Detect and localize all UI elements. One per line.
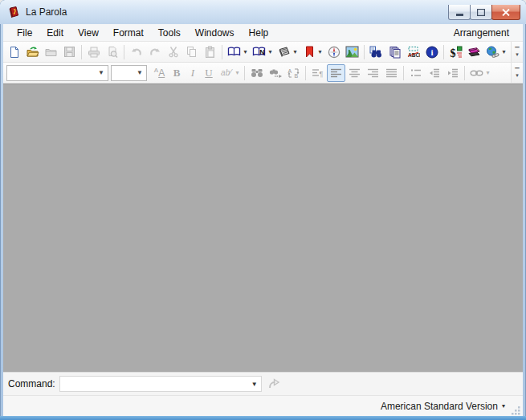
- toolbar-overflow-button[interactable]: ▔▾: [511, 42, 523, 62]
- close-folder-button[interactable]: [42, 43, 60, 61]
- decrease-indent-button[interactable]: [425, 64, 443, 82]
- font-size-combo[interactable]: ▼: [111, 65, 147, 81]
- web-link-dropdown[interactable]: ▾: [500, 48, 508, 55]
- print-preview-button[interactable]: [103, 43, 121, 61]
- link-button[interactable]: [467, 64, 486, 82]
- chevron-down-icon: ▼: [133, 69, 146, 76]
- bible-text-dropdown[interactable]: ▾: [242, 48, 249, 55]
- search-binoculars-page-icon: [369, 46, 383, 59]
- minimize-button[interactable]: [448, 5, 471, 20]
- command-combo[interactable]: ▼: [59, 376, 262, 392]
- maximize-button[interactable]: [470, 5, 492, 20]
- undo-icon: [130, 46, 143, 59]
- align-center-button[interactable]: [345, 64, 364, 82]
- dictionary-dropdown[interactable]: ▾: [292, 48, 299, 55]
- window-bottom-border: [0, 416, 526, 420]
- underline-button[interactable]: U: [201, 64, 217, 82]
- separator: [305, 66, 306, 80]
- resize-grip[interactable]: [510, 405, 521, 416]
- svg-text:i: i: [430, 47, 433, 57]
- bullet-list-button[interactable]: [406, 64, 425, 82]
- print-button[interactable]: [84, 43, 103, 61]
- compass-button[interactable]: [324, 43, 343, 61]
- compass-icon: [328, 46, 340, 59]
- menu-help[interactable]: Help: [242, 25, 276, 41]
- separator: [244, 66, 245, 80]
- menu-tools[interactable]: Tools: [151, 25, 188, 41]
- new-document-button[interactable]: [5, 43, 23, 61]
- bible-text-n-button[interactable]: N: [250, 43, 268, 61]
- bookmark-button[interactable]: [300, 43, 318, 61]
- separator: [443, 45, 444, 59]
- books-button[interactable]: [465, 43, 483, 61]
- svg-text:N: N: [259, 48, 265, 56]
- abcd-spelling-button[interactable]: ABCD: [404, 43, 422, 61]
- open-folder-icon: [26, 46, 39, 59]
- dictionary-button[interactable]: [275, 43, 293, 61]
- toolbar-overflow-button[interactable]: ▔▾: [511, 63, 523, 83]
- find-next-button[interactable]: [266, 64, 284, 82]
- justify-icon: [386, 68, 397, 78]
- find-button[interactable]: [247, 64, 266, 82]
- cut-scissors-icon: [168, 46, 179, 58]
- formatting-marks-button[interactable]: ¶: [308, 64, 327, 82]
- web-link-button[interactable]: [483, 43, 502, 61]
- align-left-icon: [331, 68, 341, 78]
- link-dropdown[interactable]: ▾: [484, 69, 491, 76]
- copy-button[interactable]: [182, 43, 201, 61]
- svg-text:¶: ¶: [320, 70, 324, 78]
- bible-text-n-dropdown[interactable]: ▾: [267, 48, 274, 55]
- menu-arrangement[interactable]: Arrangement: [446, 25, 516, 41]
- title-bar[interactable]: La Parola: [0, 0, 526, 24]
- copy-icon: [186, 46, 198, 58]
- menu-view[interactable]: View: [71, 25, 106, 41]
- search-in-books-button[interactable]: [367, 43, 385, 61]
- run-command-button[interactable]: [265, 375, 283, 393]
- justify-button[interactable]: [382, 64, 401, 82]
- undo-button[interactable]: [127, 43, 145, 61]
- application-window: La Parola File Edit View Format Tools: [0, 0, 526, 420]
- highlight-dropdown[interactable]: ▾: [234, 69, 241, 76]
- replace-button[interactable]: A B: [284, 64, 303, 82]
- link-chain-icon: [470, 69, 483, 77]
- svg-text:A: A: [288, 68, 292, 74]
- dollar-book-icon: $: [450, 46, 463, 59]
- info-button[interactable]: i: [422, 43, 441, 61]
- align-right-button[interactable]: [364, 64, 382, 82]
- status-bar: American Standard Version ▾: [3, 395, 523, 416]
- highlight-button[interactable]: ab⁄: [217, 64, 235, 82]
- close-button[interactable]: [491, 5, 520, 20]
- redo-button[interactable]: [145, 43, 164, 61]
- print-icon: [88, 46, 100, 59]
- strongs-numbers-button[interactable]: $: [446, 43, 465, 61]
- align-left-button[interactable]: [327, 64, 345, 82]
- menu-windows[interactable]: Windows: [188, 25, 242, 41]
- italic-button[interactable]: I: [185, 64, 201, 82]
- menu-edit[interactable]: Edit: [39, 25, 71, 41]
- increase-indent-button[interactable]: [443, 64, 462, 82]
- save-button[interactable]: [60, 43, 79, 61]
- font-button[interactable]: AA: [150, 64, 169, 82]
- pictures-button[interactable]: [343, 43, 361, 61]
- align-right-icon: [368, 68, 378, 78]
- window-title: La Parola: [26, 6, 67, 18]
- bible-text-button[interactable]: [225, 43, 243, 61]
- font-name-combo[interactable]: ▼: [6, 65, 108, 81]
- menu-file[interactable]: File: [10, 25, 39, 41]
- bible-version-selector[interactable]: American Standard Version ▾: [377, 399, 508, 414]
- bookmark-dropdown[interactable]: ▾: [316, 48, 324, 55]
- close-icon: [502, 9, 510, 16]
- overflow-arrow: ▾: [516, 73, 519, 77]
- bold-button[interactable]: B: [169, 64, 185, 82]
- open-button[interactable]: [23, 43, 42, 61]
- cut-button[interactable]: [164, 43, 182, 61]
- pictures-icon: [345, 46, 359, 58]
- paste-button[interactable]: [201, 43, 219, 61]
- command-input[interactable]: [60, 377, 248, 390]
- globe-link-icon: [486, 46, 499, 59]
- books-stack-icon: [467, 46, 481, 58]
- copy-pages-button[interactable]: [385, 43, 404, 61]
- menu-format[interactable]: Format: [106, 25, 151, 41]
- separator: [364, 45, 365, 59]
- app-icon: [7, 6, 21, 19]
